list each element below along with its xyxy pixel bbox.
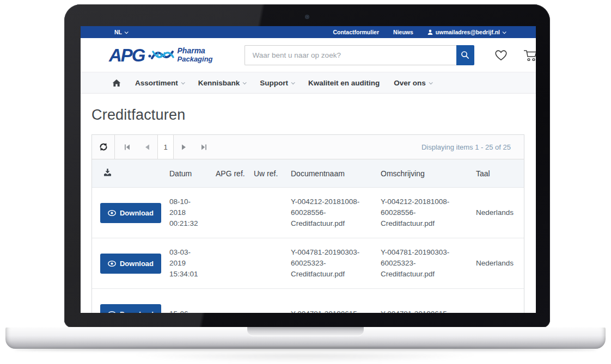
- chevron-down-icon: [429, 81, 433, 84]
- prev-page-icon: [145, 144, 150, 150]
- cell-documentnaam: Y-004781-20190303-60025323-Creditfactuur…: [291, 247, 381, 280]
- laptop-mockup: NL Contactformulier Nieuws uwmailadres@b…: [0, 0, 611, 364]
- first-page-icon: [124, 144, 130, 150]
- nav-item-assortiment[interactable]: Assortiment: [135, 79, 184, 87]
- search-icon: [461, 51, 469, 59]
- page-title: Creditfacturen: [91, 107, 525, 124]
- cell-omschrijving: Y-004781-20190615-: [381, 309, 476, 313]
- cell-documentnaam: Y-004781-20190615-: [291, 309, 381, 313]
- page-content: Creditfacturen: [81, 94, 536, 313]
- search-button[interactable]: [456, 45, 474, 65]
- last-page-icon: [201, 144, 207, 150]
- download-button[interactable]: Download: [100, 304, 161, 313]
- cell-documentnaam: Y-004212-20181008-60028556-Creditfactuur…: [291, 196, 381, 230]
- cell-taal: Nederlands: [476, 207, 525, 218]
- chevron-down-icon: [181, 81, 185, 84]
- refresh-button[interactable]: [92, 135, 115, 159]
- account-chevron-icon: [503, 30, 506, 34]
- eye-icon: [108, 210, 116, 216]
- cell-taal: Nederlands: [476, 258, 525, 269]
- first-page-button[interactable]: [117, 135, 137, 159]
- download-all-header[interactable]: [92, 168, 169, 178]
- nav-item-over-ons[interactable]: Over ons: [394, 79, 432, 87]
- contact-link[interactable]: Contactformulier: [333, 29, 379, 35]
- chevron-down-icon: [243, 81, 247, 84]
- cell-omschrijving: Y-004781-20190303-60025323-Creditfactuur…: [381, 247, 476, 280]
- eye-icon: [108, 311, 116, 313]
- prev-page-button[interactable]: [137, 135, 157, 159]
- table-row: Download 15-06- Y-004781-20190615- Y-004…: [92, 288, 524, 313]
- laptop-lid-notch: [247, 327, 364, 336]
- last-page-button[interactable]: [194, 135, 214, 159]
- next-page-button[interactable]: [174, 135, 194, 159]
- grid-status: Displaying items 1 - 25 of 25: [421, 135, 524, 159]
- news-link[interactable]: Nieuws: [393, 29, 413, 35]
- cell-datum: 03-03-2019 15:34:01: [169, 247, 216, 280]
- grid-toolbar: 1 Displaying items 1 - 25 of 25: [92, 135, 524, 159]
- search-input[interactable]: [245, 45, 456, 65]
- col-header-documentnaam[interactable]: Documentnaam: [291, 169, 381, 178]
- cell-datum: 08-10-2018 00:21:32: [169, 196, 216, 230]
- nav-home[interactable]: [112, 79, 121, 87]
- language-chevron-icon: [125, 30, 129, 34]
- download-icon: [103, 168, 112, 177]
- current-page-indicator[interactable]: 1: [157, 135, 174, 159]
- nav-item-support[interactable]: Support: [260, 79, 294, 87]
- refresh-icon: [99, 142, 108, 152]
- cell-datum: 15-06-: [169, 309, 216, 313]
- col-header-apg-ref[interactable]: APG ref.: [216, 169, 254, 178]
- nav-item-kennisbank[interactable]: Kennisbank: [198, 79, 246, 87]
- eye-icon: [108, 261, 116, 267]
- account-menu[interactable]: uwmailadres@bedrijf.nl: [427, 29, 505, 35]
- cart-icon: [522, 48, 536, 62]
- heart-icon: [494, 48, 508, 61]
- user-icon: [427, 29, 433, 35]
- top-utility-bar: NL Contactformulier Nieuws uwmailadres@b…: [81, 26, 536, 38]
- laptop-screen: NL Contactformulier Nieuws uwmailadres@b…: [81, 26, 536, 313]
- chevron-down-icon: [291, 81, 295, 84]
- site-header: APG Pharma Packaging: [81, 38, 536, 72]
- main-nav: Assortiment Kennisbank Support Kwaliteit…: [81, 72, 536, 94]
- col-header-uw-ref[interactable]: Uw ref.: [254, 169, 291, 178]
- table-row: Download 03-03-2019 15:34:01 Y-004781-20…: [92, 238, 524, 288]
- brand-wordmark: APG: [109, 46, 145, 64]
- grid-header-row: Datum APG ref. Uw ref. Documentnaam Omsc…: [92, 159, 524, 187]
- col-header-omschrijving[interactable]: Omschrijving: [381, 169, 476, 178]
- download-button[interactable]: Download: [100, 254, 161, 274]
- download-button[interactable]: Download: [100, 203, 161, 223]
- account-email: uwmailadres@bedrijf.nl: [436, 29, 500, 35]
- nav-item-kwaliteit[interactable]: Kwaliteit en auditing: [308, 79, 380, 87]
- laptop-shadow: [14, 347, 597, 352]
- documents-grid: 1 Displaying items 1 - 25 of 25: [91, 134, 524, 313]
- webcam: [305, 15, 309, 19]
- search-bar: [245, 45, 474, 65]
- laptop-reflection: [114, 354, 496, 363]
- brand-logo[interactable]: APG Pharma Packaging: [109, 46, 213, 64]
- home-icon: [112, 79, 121, 87]
- dna-logo-icon: [148, 47, 174, 63]
- cart-button[interactable]: [522, 48, 536, 62]
- next-page-icon: [181, 144, 186, 150]
- cell-omschrijving: Y-004212-20181008-60028556-Creditfactuur…: [381, 196, 476, 230]
- brand-tagline: Pharma Packaging: [178, 47, 213, 63]
- table-row: Download 08-10-2018 00:21:32 Y-004212-20…: [92, 187, 524, 238]
- language-label: NL: [114, 29, 122, 35]
- col-header-datum[interactable]: Datum: [169, 169, 216, 178]
- language-selector[interactable]: NL: [114, 29, 127, 35]
- col-header-taal[interactable]: Taal: [476, 169, 525, 178]
- wishlist-button[interactable]: [494, 48, 508, 61]
